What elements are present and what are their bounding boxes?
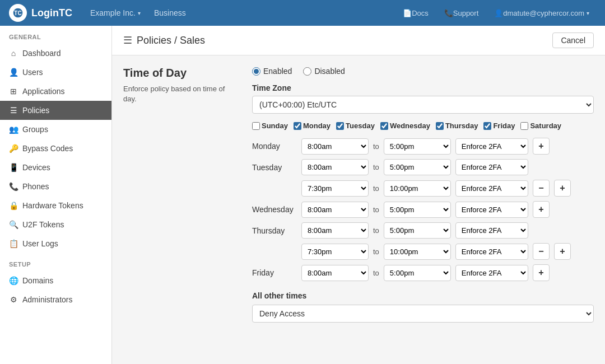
enabled-disabled-group: Enabled Disabled bbox=[252, 67, 594, 76]
thursday-start-1[interactable]: 8:00am bbox=[301, 222, 369, 239]
sidebar-item-groups[interactable]: 👥 Groups bbox=[0, 120, 111, 139]
bypass-codes-icon: 🔑 bbox=[9, 144, 18, 153]
sidebar-item-phones[interactable]: 📞 Phones bbox=[0, 177, 111, 196]
thursday-start-2[interactable]: 7:30pm bbox=[301, 244, 369, 260]
friday-checkbox[interactable] bbox=[483, 122, 491, 130]
applications-icon: ⊞ bbox=[9, 87, 18, 96]
monday-checkbox[interactable] bbox=[294, 122, 301, 130]
tuesday-label: Tuesday bbox=[252, 163, 297, 172]
wednesday-start-1[interactable]: 8:00am bbox=[301, 202, 369, 218]
cancel-button[interactable]: Cancel bbox=[552, 32, 594, 48]
sidebar-item-label: User Logs bbox=[22, 239, 58, 248]
groups-icon: 👥 bbox=[9, 125, 18, 134]
monday-start-1[interactable]: 8:00am bbox=[301, 138, 369, 155]
home-icon: ⌂ bbox=[9, 49, 18, 58]
sidebar-item-u2f-tokens[interactable]: 🔍 U2F Tokens bbox=[0, 215, 111, 234]
sidebar-item-label: Groups bbox=[22, 125, 48, 134]
brand-name: LoginTC bbox=[31, 7, 72, 19]
sidebar-item-administrators[interactable]: ⚙ Administrators bbox=[0, 290, 111, 309]
monday-end-1[interactable]: 5:00pm bbox=[384, 138, 451, 155]
monday-checkbox-label[interactable]: Monday bbox=[294, 122, 331, 130]
brand-logo[interactable]: TC LoginTC bbox=[9, 4, 72, 22]
friday-action-1[interactable]: Enforce 2FA bbox=[455, 265, 528, 281]
sunday-checkbox[interactable] bbox=[252, 122, 260, 130]
friday-add-row-button[interactable]: + bbox=[533, 264, 550, 281]
phones-icon: 📞 bbox=[9, 182, 18, 191]
disabled-radio-label[interactable]: Disabled bbox=[303, 67, 345, 76]
user-icon: 👤 bbox=[494, 9, 503, 17]
user-dropdown-arrow: ▾ bbox=[587, 10, 589, 16]
tuesday-action-2[interactable]: Enforce 2FA bbox=[455, 180, 528, 197]
timezone-label: Time Zone bbox=[252, 83, 594, 92]
wednesday-label: Wednesday bbox=[252, 205, 297, 214]
all-other-times-select[interactable]: Deny Access Allow Access Enforce 2FA bbox=[252, 305, 594, 323]
sidebar-item-dashboard[interactable]: ⌂ Dashboard bbox=[0, 44, 111, 63]
all-other-times-section: All other times Deny Access Allow Access… bbox=[252, 291, 594, 323]
tuesday-end-1[interactable]: 5:00pm bbox=[384, 159, 451, 175]
section-text: Enforce policy based on time of day. bbox=[123, 84, 235, 104]
breadcrumb-link[interactable]: Policies / Sales bbox=[137, 35, 205, 46]
thursday-end-2[interactable]: 10:00pm bbox=[384, 244, 451, 260]
tuesday-start-1[interactable]: 8:00am bbox=[301, 159, 369, 175]
sidebar-item-policies[interactable]: ☰ Policies bbox=[0, 101, 111, 120]
sidebar-item-domains[interactable]: 🌐 Domains bbox=[0, 271, 111, 290]
friday-checkbox-label[interactable]: Friday bbox=[483, 122, 515, 130]
wednesday-end-1[interactable]: 5:00pm bbox=[384, 202, 451, 218]
sidebar-item-bypass-codes[interactable]: 🔑 Bypass Codes bbox=[0, 139, 111, 158]
tuesday-checkbox[interactable] bbox=[336, 122, 344, 130]
disabled-radio[interactable] bbox=[303, 67, 311, 76]
saturday-checkbox-label[interactable]: Saturday bbox=[520, 122, 561, 130]
wednesday-action-1[interactable]: Enforce 2FA bbox=[455, 202, 528, 218]
wednesday-checkbox[interactable] bbox=[380, 122, 388, 130]
enabled-radio[interactable] bbox=[252, 67, 260, 76]
user-menu[interactable]: 👤 dmatute@cyphercor.com ▾ bbox=[487, 0, 596, 26]
tuesday-checkbox-label[interactable]: Tuesday bbox=[336, 122, 375, 130]
sidebar-item-user-logs[interactable]: 📋 User Logs bbox=[0, 234, 111, 253]
thursday-action-1[interactable]: Enforce 2FA bbox=[455, 222, 528, 239]
company-selector[interactable]: Example Inc. ▾ bbox=[83, 0, 147, 26]
tuesday-action-1[interactable]: Enforce 2FA bbox=[455, 159, 528, 175]
monday-action-1[interactable]: Enforce 2FA bbox=[455, 138, 528, 155]
sidebar-item-label: Domains bbox=[22, 276, 53, 285]
thursday-checkbox[interactable] bbox=[436, 122, 444, 130]
wednesday-add-row-button[interactable]: + bbox=[533, 201, 550, 218]
main-content: ☰ Policies / Sales Cancel Time of Day En… bbox=[112, 26, 605, 364]
sidebar-item-users[interactable]: 👤 Users bbox=[0, 63, 111, 82]
sidebar-item-hardware-tokens[interactable]: 🔒 Hardware Tokens bbox=[0, 196, 111, 215]
docs-link[interactable]: 📄 Docs bbox=[396, 0, 435, 26]
sidebar-item-applications[interactable]: ⊞ Applications bbox=[0, 82, 111, 101]
tuesday-end-2[interactable]: 10:00pm bbox=[384, 180, 451, 197]
sidebar-item-label: Users bbox=[22, 68, 43, 77]
devices-icon: 📱 bbox=[9, 163, 18, 172]
page-header: ☰ Policies / Sales Cancel bbox=[112, 26, 605, 55]
friday-row-1: Friday 8:00am to 5:00pm Enforce 2FA + bbox=[252, 264, 594, 281]
sunday-checkbox-label[interactable]: Sunday bbox=[252, 122, 288, 130]
saturday-checkbox[interactable] bbox=[520, 122, 528, 130]
users-icon: 👤 bbox=[9, 68, 18, 77]
monday-label: Monday bbox=[252, 142, 297, 151]
tuesday-add-row-button[interactable]: + bbox=[554, 180, 571, 197]
support-link[interactable]: 📞 Support bbox=[438, 0, 486, 26]
thursday-add-row-button[interactable]: + bbox=[554, 243, 571, 260]
friday-end-1[interactable]: 5:00pm bbox=[384, 265, 451, 281]
schedule-section: Monday 8:00am to 5:00pm Enforce 2FA + Tu… bbox=[252, 138, 594, 281]
friday-start-1[interactable]: 8:00am bbox=[301, 265, 369, 281]
wednesday-checkbox-label[interactable]: Wednesday bbox=[380, 122, 430, 130]
general-section-label: GENERAL bbox=[0, 26, 111, 44]
thursday-checkbox-label[interactable]: Thursday bbox=[436, 122, 478, 130]
enabled-radio-label[interactable]: Enabled bbox=[252, 67, 292, 76]
monday-add-row-button[interactable]: + bbox=[533, 138, 550, 155]
timezone-select[interactable]: (UTC+00:00) Etc/UTC (UTC-05:00) Eastern … bbox=[252, 96, 594, 114]
monday-row-1: Monday 8:00am to 5:00pm Enforce 2FA + bbox=[252, 138, 594, 155]
thursday-action-2[interactable]: Enforce 2FA bbox=[455, 244, 528, 260]
tuesday-row-2: 7:30pm to 10:00pm Enforce 2FA − + bbox=[252, 180, 594, 197]
thursday-remove-row-button[interactable]: − bbox=[533, 243, 550, 260]
sidebar-item-devices[interactable]: 📱 Devices bbox=[0, 158, 111, 177]
hardware-tokens-icon: 🔒 bbox=[9, 201, 18, 210]
tuesday-start-2[interactable]: 7:30pm bbox=[301, 180, 369, 197]
day-checkboxes: Sunday Monday Tuesday Wednesday bbox=[252, 122, 594, 130]
company-dropdown-arrow: ▾ bbox=[138, 10, 141, 16]
thursday-end-1[interactable]: 5:00pm bbox=[384, 222, 451, 239]
tuesday-remove-row-button[interactable]: − bbox=[533, 180, 550, 197]
u2f-tokens-icon: 🔍 bbox=[9, 220, 18, 229]
